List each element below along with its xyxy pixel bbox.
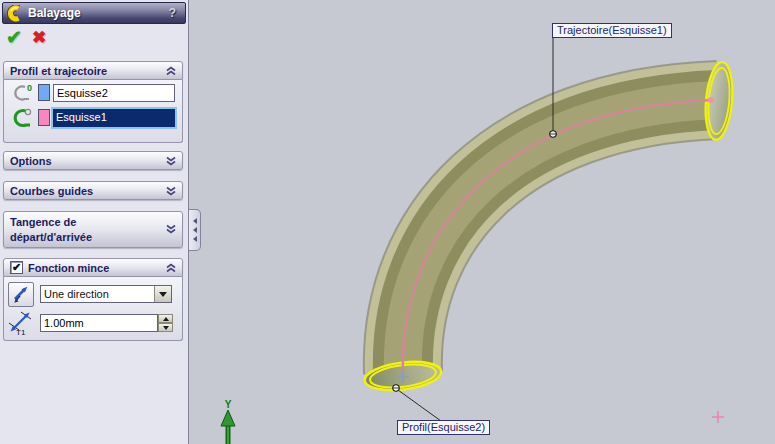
group-options: Options (3, 151, 183, 170)
group-header-guide-curves[interactable]: Courbes guides (3, 181, 183, 200)
dropdown-arrow-icon[interactable] (154, 286, 171, 302)
spinner-down-button[interactable] (158, 323, 173, 332)
chevron-down-icon (165, 224, 177, 234)
ok-button[interactable]: ✔ (6, 26, 22, 49)
path-color-swatch (38, 109, 50, 126)
chevron-up-icon (165, 66, 177, 76)
profile-callout[interactable]: Profil(Esquisse2) (397, 420, 490, 435)
panel-splitter-tab[interactable] (189, 209, 201, 251)
property-manager-panel: Balayage ? ✔ ✖ Profil et trajectoire 0 (0, 0, 189, 444)
group-thin-feature: ✔ Fonction mince Une direction (3, 258, 183, 341)
cancel-button[interactable]: ✖ (32, 27, 46, 48)
group-start-end-tangency: Tangence de départ/d'arrivée (3, 211, 183, 248)
chevron-down-icon (165, 186, 177, 196)
solidworks-window: Y Trajectoire(Esquisse1) Profil(Esquisse… (0, 0, 775, 444)
group-title: Tangence de départ/d'arrivée (10, 215, 152, 246)
group-header-thin-feature[interactable]: ✔ Fonction mince (3, 258, 183, 277)
collapse-arrow-icon (193, 227, 197, 233)
group-header-tangency[interactable]: Tangence de départ/d'arrivée (3, 211, 183, 248)
sweep-feature-icon (6, 5, 23, 22)
direction-arrows-icon (9, 283, 33, 306)
profile-point-marker[interactable] (392, 385, 399, 391)
group-profile-and-path: Profil et trajectoire 0 Esquisse1 (3, 61, 183, 143)
profile-sketch-icon: 0 (8, 83, 34, 103)
group-title: Profil et trajectoire (10, 65, 107, 77)
group-title: Options (10, 155, 52, 167)
profile-color-swatch (38, 84, 50, 101)
path-sketch-icon (7, 106, 35, 130)
thickness-spinner (158, 314, 173, 332)
path-input-selected[interactable]: Esquisse1 (51, 107, 177, 129)
trajectory-endpoint[interactable] (708, 97, 714, 103)
collapse-arrow-icon (193, 218, 197, 224)
svg-text:0: 0 (27, 83, 32, 93)
y-axis-label: Y (225, 399, 232, 410)
t1-label: T1 (16, 328, 26, 336)
reverse-direction-button[interactable] (8, 282, 34, 307)
chevron-down-icon (165, 156, 177, 166)
group-title: Courbes guides (10, 185, 93, 197)
spinner-up-button[interactable] (158, 314, 173, 323)
thin-feature-checkbox[interactable]: ✔ (10, 261, 23, 274)
panel-title: Balayage (28, 6, 81, 20)
group-header-profile-and-path[interactable]: Profil et trajectoire (3, 61, 183, 80)
group-guide-curves: Courbes guides (3, 181, 183, 200)
trajectory-callout[interactable]: Trajectoire(Esquisse1) (552, 23, 672, 38)
thickness-t1-icon: T1 (7, 310, 37, 336)
property-manager-titlebar: Balayage ? (2, 2, 186, 24)
chevron-up-icon (165, 263, 177, 273)
collapse-arrow-icon (193, 236, 197, 242)
profile-input[interactable] (53, 84, 175, 102)
trajectory-point-marker[interactable] (549, 131, 556, 137)
direction-select-value: Une direction (44, 288, 109, 300)
group-header-options[interactable]: Options (3, 151, 183, 170)
thickness-input[interactable] (40, 314, 158, 332)
help-button[interactable]: ? (169, 6, 176, 20)
direction-select[interactable]: Une direction (40, 285, 172, 303)
group-title: Fonction mince (28, 262, 109, 274)
